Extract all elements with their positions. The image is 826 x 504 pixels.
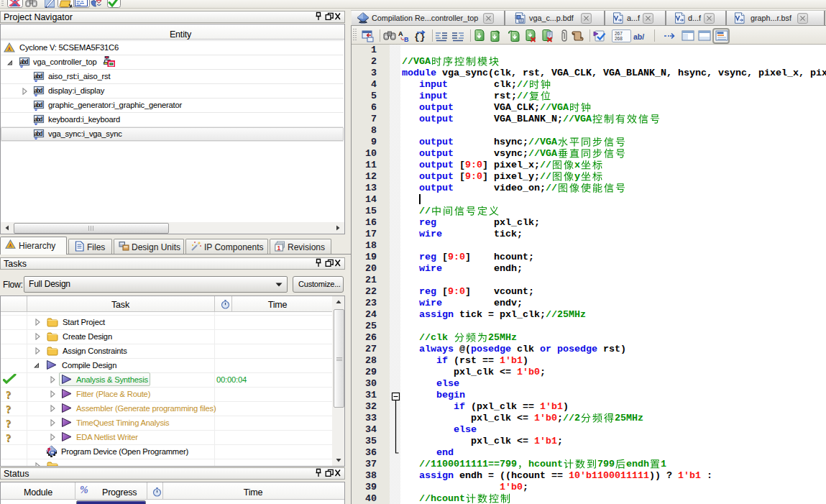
svg-text:abd: abd bbox=[35, 116, 43, 123]
svg-text:abd: abd bbox=[35, 73, 43, 80]
svg-text:abd: abd bbox=[35, 102, 43, 109]
svg-text:abd: abd bbox=[20, 59, 29, 65]
svg-text:B: B bbox=[404, 36, 409, 42]
svg-text:1: 1 bbox=[277, 244, 280, 252]
svg-text:abd: abd bbox=[35, 88, 43, 94]
svg-text:abd: abd bbox=[35, 131, 43, 137]
svg-text:A: A bbox=[398, 30, 403, 37]
